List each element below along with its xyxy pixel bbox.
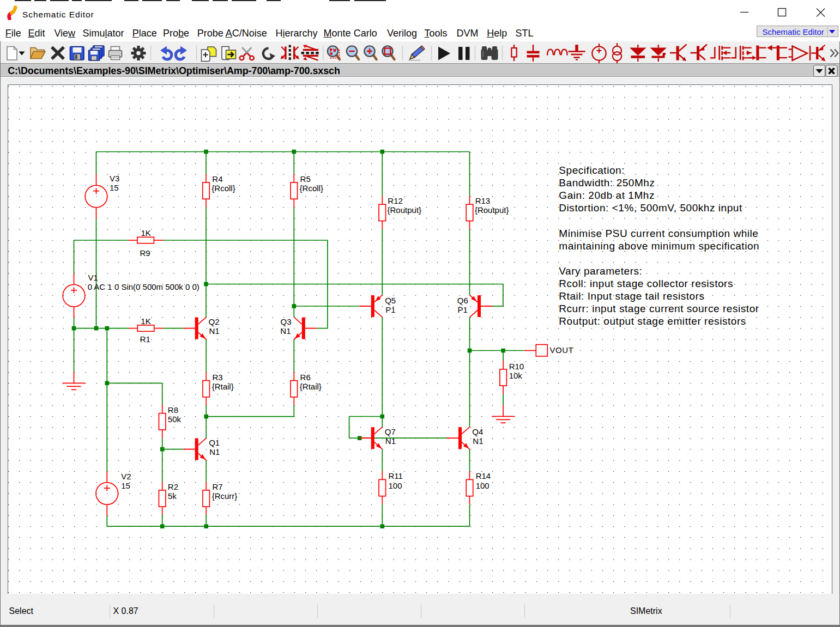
svg-text:Minimise PSU current consumpti: Minimise PSU current consumption while <box>559 228 758 239</box>
svg-text:R5: R5 <box>300 174 311 184</box>
svg-text:R10: R10 <box>509 362 524 371</box>
svg-text:10k: 10k <box>509 371 523 380</box>
svg-text:15: 15 <box>121 481 130 490</box>
svg-text:{Routput}: {Routput} <box>388 205 422 215</box>
svg-text:Q6: Q6 <box>457 296 468 305</box>
svg-text:R11: R11 <box>389 471 403 480</box>
svg-text:R7: R7 <box>213 482 223 491</box>
svg-text:Q1: Q1 <box>209 438 220 447</box>
svg-text:Gain: 20db at 1Mhz: Gain: 20db at 1Mhz <box>559 190 655 201</box>
svg-text:R3: R3 <box>213 373 223 382</box>
svg-text:V1: V1 <box>88 273 98 282</box>
svg-text:{Rcoll}: {Rcoll} <box>211 184 235 193</box>
svg-text:N1: N1 <box>209 326 220 336</box>
svg-text:R8: R8 <box>168 405 178 415</box>
svg-text:R12: R12 <box>388 196 403 205</box>
svg-text:{Rtail}: {Rtail} <box>300 382 322 391</box>
svg-text:Distortion: <1%, 500mV, 500khz: Distortion: <1%, 500mV, 500khz input <box>559 202 742 214</box>
svg-text:{Rtail}: {Rtail} <box>212 382 234 391</box>
svg-text:{Rcoll}: {Rcoll} <box>300 184 323 193</box>
svg-text:{Routput}: {Routput} <box>475 205 509 215</box>
svg-text:maintaining above minimum spec: maintaining above minimum specification <box>559 240 759 252</box>
svg-text:{Rcurr}: {Rcurr} <box>212 491 238 501</box>
svg-text:R13: R13 <box>475 196 491 205</box>
svg-text:P1: P1 <box>457 305 467 314</box>
svg-text:Q2: Q2 <box>209 317 220 326</box>
svg-text:0 AC 1 0 Sin(0 500m 500k 0 0): 0 AC 1 0 Sin(0 500m 500k 0 0) <box>88 282 200 291</box>
svg-text:Q4: Q4 <box>472 427 483 436</box>
svg-text:N1: N1 <box>385 436 396 446</box>
svg-text:V2: V2 <box>121 472 131 481</box>
svg-text:R2: R2 <box>168 482 178 491</box>
svg-text:Rcurr: input stage current sou: Rcurr: input stage current source resist… <box>559 303 759 314</box>
svg-text:Routput: output stage emitter: Routput: output stage emitter resistors <box>559 315 746 327</box>
svg-text:Bandwidth: 250Mhz: Bandwidth: 250Mhz <box>559 177 655 188</box>
svg-text:100: 100 <box>476 481 490 490</box>
svg-text:100: 100 <box>389 481 402 490</box>
svg-text:N1: N1 <box>209 447 220 456</box>
svg-text:5k: 5k <box>168 491 177 501</box>
svg-text:Rcoll: input stage collector r: Rcoll: input stage collector resistors <box>559 278 733 289</box>
svg-text:Rtail: Input stage tail resist: Rtail: Input stage tail resistors <box>559 290 704 302</box>
svg-text:R9: R9 <box>140 248 150 258</box>
svg-text:N1: N1 <box>280 326 291 336</box>
svg-text:R4: R4 <box>212 174 222 184</box>
svg-text:R1: R1 <box>140 334 150 344</box>
svg-text:Q7: Q7 <box>385 427 396 436</box>
svg-text:P1: P1 <box>385 305 395 314</box>
svg-text:1K: 1K <box>141 316 150 326</box>
svg-text:VOUT: VOUT <box>550 345 574 355</box>
svg-text:15: 15 <box>110 183 119 192</box>
svg-text:Specification:: Specification: <box>559 165 625 176</box>
svg-text:Vary parameters:: Vary parameters: <box>559 265 642 277</box>
svg-text:Q5: Q5 <box>385 296 396 305</box>
svg-text:R6: R6 <box>300 373 311 382</box>
svg-text:R14: R14 <box>476 471 491 480</box>
svg-text:1K: 1K <box>141 228 151 238</box>
svg-text:V3: V3 <box>110 174 119 183</box>
svg-text:Q3: Q3 <box>280 317 291 326</box>
svg-text:N1: N1 <box>473 436 483 446</box>
svg-text:50k: 50k <box>168 415 182 424</box>
